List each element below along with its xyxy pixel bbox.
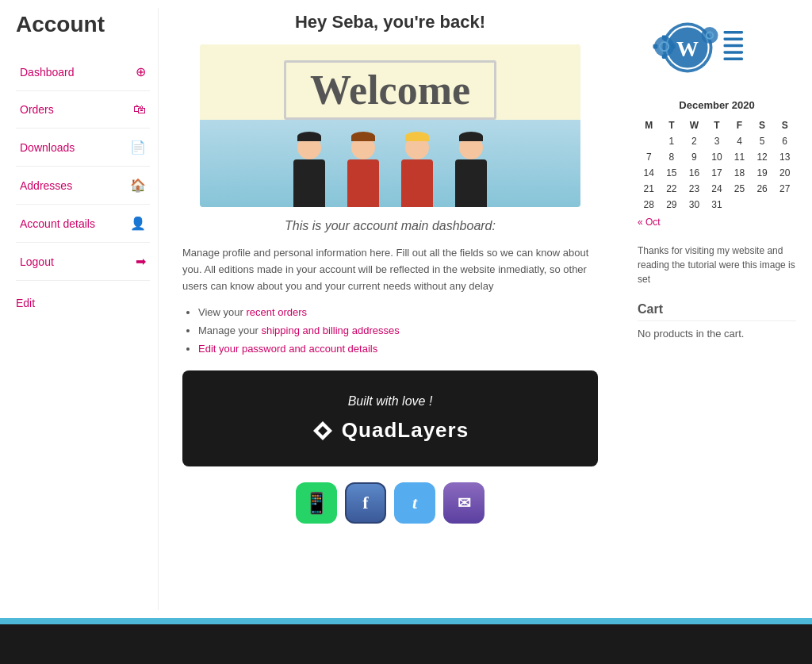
welcome-heading: Hey Seba, you're back!: [182, 12, 598, 33]
sidebar-link-logout[interactable]: Logout ➡: [16, 243, 150, 280]
char-body-2: [347, 159, 379, 207]
calendar-day[interactable]: 9: [683, 149, 706, 165]
wordpress-logo-svg: W: [638, 12, 749, 83]
prev-month-link[interactable]: « Oct: [638, 217, 661, 228]
char-hair-2: [351, 132, 375, 141]
calendar-day[interactable]: 19: [751, 165, 774, 181]
twitter-button[interactable]: t: [394, 482, 435, 524]
calendar-day[interactable]: 2: [683, 133, 706, 149]
banner-text: Welcome: [310, 67, 470, 113]
description-content: Manage profile and personal information …: [182, 247, 588, 292]
character-4: [447, 128, 495, 207]
calendar-day: [751, 197, 774, 213]
ql-diamond-icon: [312, 420, 334, 442]
footer-bar: [0, 624, 812, 664]
svg-rect-16: [724, 51, 744, 54]
calendar-day[interactable]: 11: [728, 149, 751, 165]
edit-link[interactable]: Edit: [16, 297, 35, 309]
description-text: Manage profile and personal information …: [182, 245, 598, 294]
whatsapp-icon: 📱: [304, 491, 329, 516]
calendar-day[interactable]: 28: [638, 197, 661, 213]
calendar-day[interactable]: 22: [661, 181, 684, 197]
calendar-row: 14151617181920: [638, 165, 796, 181]
char-body-1: [293, 159, 325, 207]
quadlayers-banner: Built with love ! QuadLayers: [182, 370, 598, 466]
calendar-nav: « Oct: [638, 217, 796, 228]
cart-empty-text: No products in the cart.: [638, 328, 796, 340]
svg-rect-8: [662, 54, 667, 59]
calendar-day[interactable]: 7: [638, 149, 661, 165]
link-prefix-orders: View your: [198, 306, 246, 318]
calendar-title: December 2020: [638, 99, 796, 111]
downloads-icon: 📄: [130, 140, 146, 155]
calendar-day[interactable]: 3: [706, 133, 729, 149]
sidebar-item-account-details[interactable]: Account details 👤: [16, 205, 150, 243]
shipping-addresses-link[interactable]: shipping and billing addresses: [262, 324, 400, 336]
sidebar-item-downloads[interactable]: Downloads 📄: [16, 129, 150, 167]
sidebar-link-addresses[interactable]: Addresses 🏠: [16, 167, 150, 204]
sidebar-link-dashboard[interactable]: Dashboard ⊕: [16, 53, 150, 90]
calendar-day[interactable]: 18: [728, 165, 751, 181]
email-button[interactable]: ✉: [443, 482, 485, 524]
welcome-image-container: Welcome: [200, 44, 580, 207]
edit-password-link[interactable]: Edit your password and account details: [198, 343, 377, 355]
sidebar-item-addresses[interactable]: Addresses 🏠: [16, 167, 150, 205]
calendar-day[interactable]: 17: [706, 165, 729, 181]
right-sidebar: W: [622, 8, 796, 610]
calendar-day[interactable]: 12: [751, 149, 774, 165]
calendar-day[interactable]: 13: [773, 149, 796, 165]
cal-header-m: M: [638, 117, 661, 133]
widget-text: Thanks for visiting my website and readi…: [638, 244, 796, 286]
calendar-day[interactable]: 1: [661, 133, 684, 149]
sidebar-title: Account: [16, 8, 150, 37]
quadlayers-logo: QuadLayers: [198, 418, 582, 443]
character-1: [285, 128, 333, 207]
calendar-day[interactable]: 24: [706, 181, 729, 197]
svg-text:W: W: [676, 36, 699, 61]
calendar-day[interactable]: 25: [728, 181, 751, 197]
calendar-day[interactable]: 26: [751, 181, 774, 197]
calendar-day: [728, 197, 751, 213]
sidebar: Account Dashboard ⊕ Orders 🛍 Dow: [16, 8, 159, 610]
calendar-day[interactable]: 5: [751, 133, 774, 149]
char-head-1: [297, 136, 321, 159]
calendar-day[interactable]: 6: [773, 133, 796, 149]
calendar-day[interactable]: 30: [683, 197, 706, 213]
calendar-day[interactable]: 15: [661, 165, 684, 181]
recent-orders-link[interactable]: recent orders: [246, 306, 307, 318]
whatsapp-button[interactable]: 📱: [296, 482, 337, 524]
cart-widget: Cart No products in the cart.: [638, 302, 796, 340]
calendar-day[interactable]: 8: [661, 149, 684, 165]
sidebar-link-account-details[interactable]: Account details 👤: [16, 205, 150, 242]
cal-header-t1: T: [661, 117, 684, 133]
char-head-4: [459, 136, 483, 159]
content-area: Hey Seba, you're back! Welcome: [159, 8, 622, 610]
calendar-day[interactable]: 4: [728, 133, 751, 149]
sidebar-item-dashboard[interactable]: Dashboard ⊕: [16, 53, 150, 91]
calendar-day[interactable]: 21: [638, 181, 661, 197]
sidebar-link-orders[interactable]: Orders 🛍: [16, 91, 150, 128]
banner-sign: Welcome: [284, 60, 496, 120]
main-content: Account Dashboard ⊕ Orders 🛍 Dow: [0, 0, 812, 618]
sidebar-item-logout[interactable]: Logout ➡: [16, 243, 150, 281]
calendar-day[interactable]: 14: [638, 165, 661, 181]
link-prefix-addresses: Manage your: [198, 324, 262, 336]
sidebar-item-orders[interactable]: Orders 🛍: [16, 91, 150, 129]
calendar-day: [773, 197, 796, 213]
cart-title: Cart: [638, 302, 796, 321]
calendar-day[interactable]: 10: [706, 149, 729, 165]
svg-rect-17: [724, 58, 744, 61]
calendar-day[interactable]: 23: [683, 181, 706, 197]
sidebar-link-downloads[interactable]: Downloads 📄: [16, 129, 150, 166]
char-body-3: [401, 159, 433, 207]
calendar-day[interactable]: 31: [706, 197, 729, 213]
character-2: [339, 128, 387, 207]
cal-header-w: W: [683, 117, 706, 133]
sidebar-edit: Edit: [16, 281, 150, 309]
calendar-day[interactable]: 27: [773, 181, 796, 197]
calendar-day[interactable]: 20: [773, 165, 796, 181]
calendar-day[interactable]: 29: [661, 197, 684, 213]
calendar-day[interactable]: 16: [683, 165, 706, 181]
facebook-button[interactable]: f: [345, 482, 386, 524]
footer-accent-bar: [0, 618, 812, 624]
